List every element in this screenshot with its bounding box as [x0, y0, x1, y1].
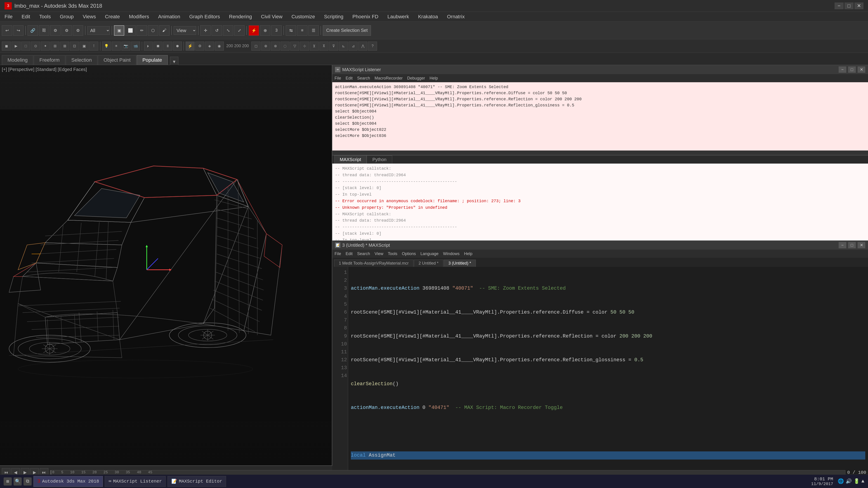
misc-btn1[interactable]: ⚙ — [195, 41, 204, 51]
help-button[interactable]: ? — [368, 41, 377, 51]
tab-selection[interactable]: Selection — [66, 55, 98, 65]
tab-maxscript[interactable]: MAXScript — [334, 156, 367, 164]
highlight-btn[interactable]: ⚡ — [186, 41, 195, 51]
misc-btn15[interactable]: ⋀ — [358, 41, 367, 51]
tab-dot-menu[interactable]: ▾ — [170, 57, 178, 66]
timeline-track[interactable]: 0 5 10 15 20 25 30 35 40 45 — [50, 470, 845, 475]
listener-scrollbar-h[interactable] — [332, 151, 868, 155]
menu-group[interactable]: Group — [58, 13, 75, 21]
minimize-button[interactable]: − — [835, 2, 844, 9]
misc-btn14[interactable]: ⊿ — [348, 41, 358, 51]
link-button[interactable]: 🔗 — [28, 25, 38, 36]
render-btn7[interactable]: ⊠ — [60, 41, 69, 51]
filter-dropdown[interactable]: All — [87, 26, 110, 35]
create-selection-set-button[interactable]: Create Selection Set — [323, 25, 371, 36]
menu-modifiers[interactable]: Modifiers — [127, 13, 151, 21]
scale2-button[interactable]: ⤢ — [234, 25, 245, 36]
render-btn9[interactable]: ▣ — [80, 41, 89, 51]
search-button[interactable]: 🔍 — [13, 477, 22, 486]
editor-menu-edit[interactable]: Edit — [346, 252, 352, 256]
unlink-button[interactable]: ⛓ — [39, 25, 49, 36]
editor-menu-file[interactable]: File — [335, 252, 341, 256]
editor-menu-language[interactable]: Language — [421, 252, 438, 256]
menu-civil-view[interactable]: Civil View — [259, 13, 284, 21]
render-btn6[interactable]: ⊞ — [51, 41, 59, 51]
undo-button[interactable]: ↩ — [2, 25, 12, 36]
select-region-button[interactable]: ⬜ — [125, 25, 135, 36]
menu-edit[interactable]: Edit — [20, 13, 32, 21]
start-button[interactable]: ⊞ — [4, 477, 12, 486]
fence-button[interactable]: ⬡ — [148, 25, 158, 36]
snap3-button[interactable]: 3 — [271, 25, 282, 36]
anim-btn2[interactable]: ⏹ — [153, 41, 162, 51]
paint-button[interactable]: 🖌 — [159, 25, 169, 36]
code-area[interactable]: 1 2 3 4 5 6 7 8 9 10 11 12 13 14 actionM… — [332, 267, 868, 488]
listener-menu-debugger[interactable]: Debugger — [407, 76, 425, 80]
tab-populate[interactable]: Populate — [137, 55, 168, 65]
tray-icon-battery[interactable]: 🔋 — [854, 478, 860, 484]
listener-menu-edit[interactable]: Edit — [346, 76, 352, 80]
misc-btn8[interactable]: ▽ — [290, 41, 299, 51]
snap2-button[interactable]: ⊕ — [260, 25, 270, 36]
scale-button[interactable]: ⤡ — [223, 25, 233, 36]
misc-btn5[interactable]: ⊕ — [261, 41, 270, 51]
taskbar-3dsmax[interactable]: 3 Autodesk 3ds Max 2018 — [33, 476, 103, 487]
light-btn1[interactable]: 💡 — [102, 41, 111, 51]
light-btn2[interactable]: ☀ — [112, 41, 121, 51]
render-btn5[interactable]: ✦ — [41, 41, 50, 51]
taskbar-editor[interactable]: 📝 MAXScript Editor — [167, 476, 226, 487]
menu-phoenix-fd[interactable]: Phoenix FD — [350, 13, 380, 21]
menu-krakatoa[interactable]: Krakatoa — [416, 13, 440, 21]
select-button[interactable]: ▣ — [114, 25, 124, 36]
tab-modeling[interactable]: Modeling — [2, 55, 33, 65]
menu-graph-editors[interactable]: Graph Editors — [187, 13, 222, 21]
listener-menu-macro[interactable]: MacroRecorder — [375, 76, 403, 80]
tab-freeform[interactable]: Freeform — [34, 55, 65, 65]
editor-close[interactable]: ✕ — [858, 242, 865, 248]
editor-menu-tools[interactable]: Tools — [388, 252, 397, 256]
redo-button[interactable]: ↪ — [13, 25, 24, 36]
editor-menu-help[interactable]: Help — [464, 252, 472, 256]
misc-btn4[interactable]: ◻ — [251, 41, 260, 51]
cam-btn1[interactable]: 📷 — [121, 41, 130, 51]
listener-menu-search[interactable]: Search — [357, 76, 370, 80]
menu-file[interactable]: File — [3, 13, 14, 21]
misc-btn3[interactable]: ◉ — [215, 41, 224, 51]
menu-create[interactable]: Create — [103, 13, 122, 21]
render-btn1[interactable]: ◼ — [2, 41, 11, 51]
mirror-button[interactable]: ⇆ — [286, 25, 296, 36]
misc-btn10[interactable]: ⊻ — [310, 41, 319, 51]
listener-minimize[interactable]: − — [839, 66, 846, 73]
layer-button[interactable]: ☰ — [308, 25, 319, 36]
misc-btn9[interactable]: ⊹ — [300, 41, 309, 51]
misc-btn12[interactable]: ⊽ — [329, 41, 338, 51]
menu-rendering[interactable]: Rendering — [227, 13, 254, 21]
render-btn8[interactable]: ⊡ — [70, 41, 79, 51]
tab-python[interactable]: Python — [367, 156, 392, 164]
misc-btn2[interactable]: ◈ — [205, 41, 214, 51]
misc-btn11[interactable]: ⊼ — [319, 41, 329, 51]
file-tab-3[interactable]: 3 (Untitled) * — [444, 260, 476, 267]
bind3-button[interactable]: ⚙ — [73, 25, 83, 36]
tray-icon-network[interactable]: 🌐 — [838, 478, 844, 484]
anim-btn3[interactable]: ⏸ — [163, 41, 172, 51]
render-btn3[interactable]: □ — [21, 41, 30, 51]
code-content[interactable]: actionMan.executeAction 369891408 "40071… — [348, 267, 868, 488]
listener-close[interactable]: ✕ — [858, 66, 865, 73]
viewport[interactable]: [+] [Perspective] [Standard] [Edged Face… — [0, 65, 332, 465]
menu-animation[interactable]: Animation — [156, 13, 182, 21]
render-btn10[interactable]: ⊺ — [89, 41, 98, 51]
editor-minimize[interactable]: − — [839, 242, 846, 248]
maximize-button[interactable]: □ — [844, 2, 854, 9]
anim-btn1[interactable]: ⏵ — [144, 41, 153, 51]
close-button[interactable]: ✕ — [855, 2, 864, 9]
render-btn4[interactable]: ⊙ — [31, 41, 40, 51]
menu-customize[interactable]: Customize — [290, 13, 317, 21]
editor-menu-view[interactable]: View — [375, 252, 383, 256]
tray-icon-volume[interactable]: 🔊 — [846, 478, 852, 484]
menu-laubwerk[interactable]: Laubwerk — [385, 13, 411, 21]
file-tab-2[interactable]: 2 Untitled * — [414, 260, 443, 267]
listener-maximize[interactable]: □ — [848, 66, 856, 73]
lasso-button[interactable]: ✏ — [136, 25, 147, 36]
misc-btn7[interactable]: ◌ — [281, 41, 289, 51]
